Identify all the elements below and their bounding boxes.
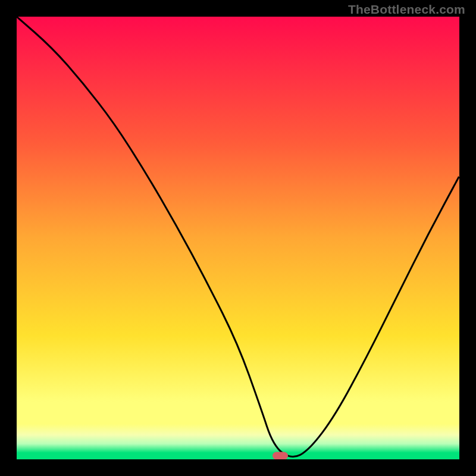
plot-area (17, 17, 459, 459)
chart-frame: TheBottleneck.com (0, 0, 476, 476)
watermark-text: TheBottleneck.com (348, 2, 465, 17)
chart-svg (17, 17, 459, 459)
optimum-marker (273, 452, 288, 459)
